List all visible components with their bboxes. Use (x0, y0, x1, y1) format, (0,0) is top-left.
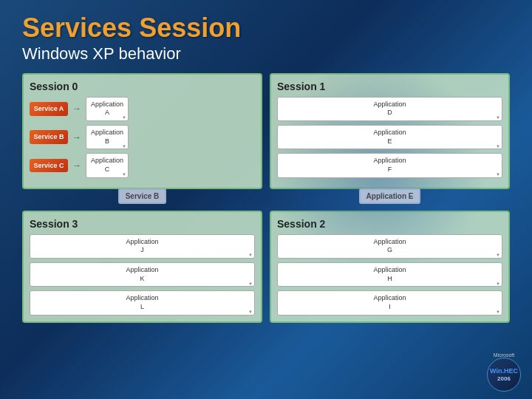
session-3-label: Session 3 (30, 218, 255, 230)
session-1-apps: ApplicationD ApplicationE ApplicationF (277, 97, 502, 178)
session-1-box: Session 1 ApplicationD ApplicationE Appl… (270, 73, 510, 189)
session-0-row-b: Service B → ApplicationB (30, 125, 255, 149)
winhec-badge: Win.HEC 2006 (487, 358, 521, 392)
app-e-divider: Application E (359, 188, 421, 204)
winhec-text: Win.HEC (490, 367, 518, 375)
app-j-box: ApplicationJ (30, 234, 255, 259)
session-3-apps: ApplicationJ ApplicationK ApplicationL (30, 234, 255, 316)
winhec-logo: Microsoft Win.HEC 2006 (487, 352, 521, 392)
session-2-apps: ApplicationG ApplicationH ApplicationI (277, 234, 502, 316)
session-0-box: Session 0 Service A → ApplicationA Servi… (22, 73, 262, 189)
session-1-label: Session 1 (277, 81, 502, 92)
top-sessions-row: Session 0 Service A → ApplicationA Servi… (0, 69, 532, 193)
app-e-box: ApplicationE (277, 125, 502, 149)
microsoft-label: Microsoft (494, 352, 514, 358)
session-2-label: Session 2 (277, 218, 502, 230)
app-i-box: ApplicationI (277, 290, 502, 315)
slide-title: Services Session (22, 13, 510, 43)
arrow-b: → (72, 132, 81, 143)
app-b-box: ApplicationB (86, 125, 129, 149)
session-0-label: Session 0 (30, 81, 255, 92)
app-h-box: ApplicationH (277, 262, 502, 287)
winhec-year: 2006 (497, 375, 511, 383)
app-k-box: ApplicationK (30, 262, 255, 287)
app-f-box: ApplicationF (277, 153, 502, 177)
divider-strip: Service B Application E (0, 190, 532, 207)
service-a-badge: Service A (30, 102, 68, 116)
arrow-c: → (72, 160, 81, 171)
arrow-a: → (72, 103, 81, 114)
session-3-box: Session 3 ApplicationJ ApplicationK Appl… (22, 211, 262, 323)
app-l-box: ApplicationL (30, 290, 255, 315)
app-c-box: ApplicationC (86, 153, 129, 177)
session-0-row-c: Service C → ApplicationC (30, 153, 255, 177)
app-g-box: ApplicationG (277, 234, 502, 259)
slide-subtitle: Windows XP behavior (22, 44, 510, 64)
slide-header: Services Session Windows XP behavior (0, 0, 532, 69)
app-d-box: ApplicationD (277, 97, 502, 121)
service-b-badge: Service B (30, 130, 68, 144)
session-0-row-a: Service A → ApplicationA (30, 97, 255, 121)
bottom-sessions-row: Session 3 ApplicationJ ApplicationK Appl… (0, 207, 532, 327)
service-b-divider: Service B (118, 188, 167, 204)
service-c-badge: Service C (30, 159, 68, 173)
app-a-box: ApplicationA (86, 97, 129, 121)
session-2-box: Session 2 ApplicationG ApplicationH Appl… (270, 211, 510, 323)
